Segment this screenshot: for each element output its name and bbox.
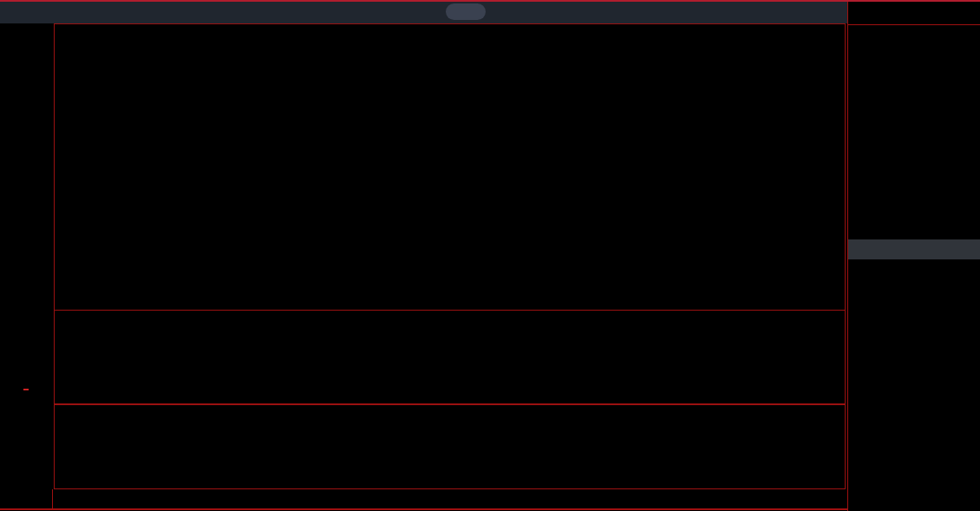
trading-terminal (0, 0, 980, 511)
bottom-border (0, 508, 847, 510)
axis-divider (52, 489, 53, 508)
news-header (848, 239, 980, 259)
chart-canvas (0, 0, 980, 511)
top-border (0, 0, 980, 2)
quote-panel-title (848, 0, 980, 25)
quote-panel (847, 0, 980, 511)
volume-unit-label (23, 389, 29, 390)
zoom-pill[interactable] (446, 3, 486, 20)
